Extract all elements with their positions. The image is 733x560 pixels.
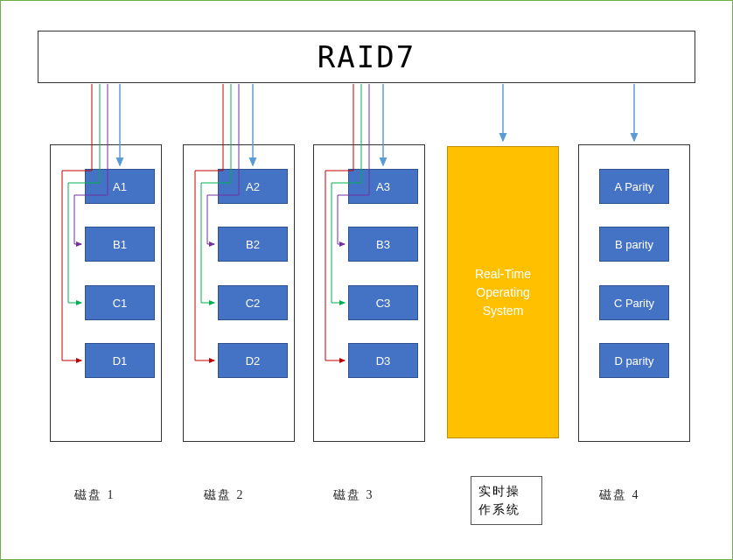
block-c2: C2 — [218, 285, 288, 320]
block-b1: B1 — [85, 227, 155, 262]
disk-2-caption: 磁盘 2 — [204, 487, 245, 503]
block-a2: A2 — [218, 169, 288, 204]
block-d-parity: D parity — [599, 343, 669, 378]
block-c3: C3 — [348, 285, 418, 320]
block-a3: A3 — [348, 169, 418, 204]
raid-title: RAID7 — [318, 39, 415, 74]
raid-header: RAID7 — [38, 31, 695, 83]
block-a-parity: A Parity — [599, 169, 669, 204]
disk-1-caption: 磁盘 1 — [74, 487, 115, 503]
block-d1: D1 — [85, 343, 155, 378]
block-d3: D3 — [348, 343, 418, 378]
block-b-parity: B parity — [599, 227, 669, 262]
disk-4-caption: 磁盘 4 — [599, 487, 640, 503]
block-b3: B3 — [348, 227, 418, 262]
diagram-canvas: RAID7 A1 B1 C1 D1 磁盘 1 A2 B2 C2 D2 磁盘 2 … — [0, 0, 733, 560]
block-b2: B2 — [218, 227, 288, 262]
block-c1: C1 — [85, 285, 155, 320]
rtos-label: Real-Time Operating System — [475, 265, 531, 320]
block-a1: A1 — [85, 169, 155, 204]
rtos-caption: 实时操 作系统 — [471, 476, 542, 525]
block-d2: D2 — [218, 343, 288, 378]
disk-3-caption: 磁盘 3 — [333, 487, 374, 503]
block-c-parity: C Parity — [599, 285, 669, 320]
rtos-box: Real-Time Operating System — [447, 146, 559, 438]
